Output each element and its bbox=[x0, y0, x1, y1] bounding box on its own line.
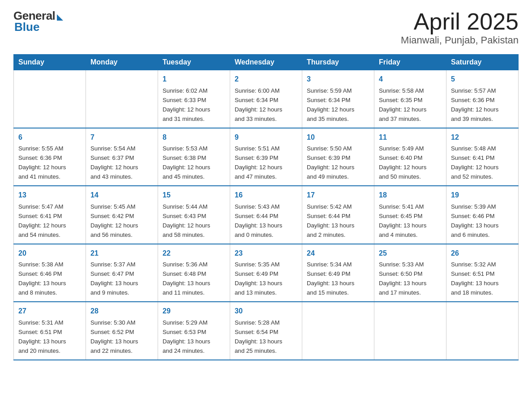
calendar-body: 1Sunrise: 6:02 AM Sunset: 6:33 PM Daylig… bbox=[14, 70, 519, 360]
day-number: 24 bbox=[307, 248, 369, 259]
day-info: Sunrise: 5:41 AM Sunset: 6:45 PM Dayligh… bbox=[379, 203, 426, 238]
day-number: 4 bbox=[379, 74, 442, 85]
calendar-day-cell: 13Sunrise: 5:47 AM Sunset: 6:41 PM Dayli… bbox=[14, 186, 86, 244]
calendar-day-cell: 4Sunrise: 5:58 AM Sunset: 6:35 PM Daylig… bbox=[374, 70, 446, 128]
day-info: Sunrise: 5:34 AM Sunset: 6:49 PM Dayligh… bbox=[307, 261, 354, 296]
day-info: Sunrise: 5:51 AM Sunset: 6:39 PM Dayligh… bbox=[235, 145, 282, 180]
day-number: 30 bbox=[235, 306, 297, 317]
calendar-day-cell: 5Sunrise: 5:57 AM Sunset: 6:36 PM Daylig… bbox=[446, 70, 519, 128]
calendar-day-cell bbox=[374, 302, 446, 360]
calendar-day-cell: 25Sunrise: 5:33 AM Sunset: 6:50 PM Dayli… bbox=[374, 244, 446, 302]
day-number: 29 bbox=[163, 306, 225, 317]
day-info: Sunrise: 5:37 AM Sunset: 6:47 PM Dayligh… bbox=[90, 261, 138, 296]
calendar-day-cell: 23Sunrise: 5:35 AM Sunset: 6:49 PM Dayli… bbox=[230, 244, 302, 302]
weekday-header-friday: Friday bbox=[374, 55, 446, 70]
calendar-day-cell: 14Sunrise: 5:45 AM Sunset: 6:42 PM Dayli… bbox=[86, 186, 158, 244]
day-info: Sunrise: 5:50 AM Sunset: 6:39 PM Dayligh… bbox=[307, 145, 354, 180]
day-number: 27 bbox=[18, 306, 81, 317]
weekday-header-monday: Monday bbox=[86, 55, 158, 70]
weekday-header-wednesday: Wednesday bbox=[230, 55, 302, 70]
day-info: Sunrise: 5:42 AM Sunset: 6:44 PM Dayligh… bbox=[307, 203, 354, 238]
day-number: 17 bbox=[307, 190, 369, 201]
day-info: Sunrise: 5:58 AM Sunset: 6:35 PM Dayligh… bbox=[379, 87, 426, 122]
calendar-day-cell: 11Sunrise: 5:49 AM Sunset: 6:40 PM Dayli… bbox=[374, 128, 446, 186]
weekday-header-saturday: Saturday bbox=[446, 55, 519, 70]
weekday-header-thursday: Thursday bbox=[302, 55, 374, 70]
day-info: Sunrise: 5:45 AM Sunset: 6:42 PM Dayligh… bbox=[90, 203, 138, 238]
day-number: 10 bbox=[307, 132, 369, 143]
calendar-day-cell: 26Sunrise: 5:32 AM Sunset: 6:51 PM Dayli… bbox=[446, 244, 519, 302]
day-info: Sunrise: 5:48 AM Sunset: 6:41 PM Dayligh… bbox=[451, 145, 498, 180]
day-info: Sunrise: 6:00 AM Sunset: 6:34 PM Dayligh… bbox=[235, 87, 282, 122]
day-info: Sunrise: 5:33 AM Sunset: 6:50 PM Dayligh… bbox=[379, 261, 426, 296]
calendar-day-cell bbox=[86, 70, 158, 128]
day-number: 25 bbox=[379, 248, 442, 259]
day-number: 28 bbox=[90, 306, 153, 317]
day-info: Sunrise: 5:43 AM Sunset: 6:44 PM Dayligh… bbox=[235, 203, 282, 238]
day-info: Sunrise: 5:53 AM Sunset: 6:38 PM Dayligh… bbox=[163, 145, 210, 180]
day-info: Sunrise: 5:59 AM Sunset: 6:34 PM Dayligh… bbox=[307, 87, 354, 122]
calendar-title: April 2025 bbox=[401, 9, 519, 34]
day-info: Sunrise: 5:55 AM Sunset: 6:36 PM Dayligh… bbox=[18, 145, 66, 180]
day-info: Sunrise: 6:02 AM Sunset: 6:33 PM Dayligh… bbox=[163, 87, 210, 122]
day-number: 26 bbox=[451, 248, 514, 259]
day-number: 15 bbox=[163, 190, 225, 201]
calendar-day-cell: 16Sunrise: 5:43 AM Sunset: 6:44 PM Dayli… bbox=[230, 186, 302, 244]
day-number: 16 bbox=[235, 190, 297, 201]
calendar-day-cell: 2Sunrise: 6:00 AM Sunset: 6:34 PM Daylig… bbox=[230, 70, 302, 128]
day-info: Sunrise: 5:35 AM Sunset: 6:49 PM Dayligh… bbox=[235, 261, 282, 296]
calendar-day-cell: 19Sunrise: 5:39 AM Sunset: 6:46 PM Dayli… bbox=[446, 186, 519, 244]
day-info: Sunrise: 5:54 AM Sunset: 6:37 PM Dayligh… bbox=[90, 145, 138, 180]
calendar-day-cell: 9Sunrise: 5:51 AM Sunset: 6:39 PM Daylig… bbox=[230, 128, 302, 186]
day-info: Sunrise: 5:38 AM Sunset: 6:46 PM Dayligh… bbox=[18, 261, 66, 296]
day-number: 18 bbox=[379, 190, 442, 201]
calendar-day-cell: 18Sunrise: 5:41 AM Sunset: 6:45 PM Dayli… bbox=[374, 186, 446, 244]
calendar-day-cell: 22Sunrise: 5:36 AM Sunset: 6:48 PM Dayli… bbox=[158, 244, 230, 302]
day-number: 23 bbox=[235, 248, 297, 259]
calendar-day-cell bbox=[302, 302, 374, 360]
day-info: Sunrise: 5:36 AM Sunset: 6:48 PM Dayligh… bbox=[163, 261, 210, 296]
day-info: Sunrise: 5:32 AM Sunset: 6:51 PM Dayligh… bbox=[451, 261, 498, 296]
day-number: 2 bbox=[235, 74, 297, 85]
calendar-week-5: 27Sunrise: 5:31 AM Sunset: 6:51 PM Dayli… bbox=[14, 302, 519, 360]
day-info: Sunrise: 5:57 AM Sunset: 6:36 PM Dayligh… bbox=[451, 87, 498, 122]
day-number: 9 bbox=[235, 132, 297, 143]
calendar-day-cell: 10Sunrise: 5:50 AM Sunset: 6:39 PM Dayli… bbox=[302, 128, 374, 186]
calendar-day-cell: 27Sunrise: 5:31 AM Sunset: 6:51 PM Dayli… bbox=[14, 302, 86, 360]
day-number: 7 bbox=[90, 132, 153, 143]
day-number: 11 bbox=[379, 132, 442, 143]
calendar-day-cell: 8Sunrise: 5:53 AM Sunset: 6:38 PM Daylig… bbox=[158, 128, 230, 186]
calendar-header: SundayMondayTuesdayWednesdayThursdayFrid… bbox=[14, 55, 519, 70]
calendar-day-cell: 20Sunrise: 5:38 AM Sunset: 6:46 PM Dayli… bbox=[14, 244, 86, 302]
day-number: 14 bbox=[90, 190, 153, 201]
calendar-day-cell: 7Sunrise: 5:54 AM Sunset: 6:37 PM Daylig… bbox=[86, 128, 158, 186]
calendar-day-cell: 29Sunrise: 5:29 AM Sunset: 6:53 PM Dayli… bbox=[158, 302, 230, 360]
calendar-day-cell: 6Sunrise: 5:55 AM Sunset: 6:36 PM Daylig… bbox=[14, 128, 86, 186]
calendar-week-2: 6Sunrise: 5:55 AM Sunset: 6:36 PM Daylig… bbox=[14, 128, 519, 186]
calendar-day-cell: 3Sunrise: 5:59 AM Sunset: 6:34 PM Daylig… bbox=[302, 70, 374, 128]
calendar-week-4: 20Sunrise: 5:38 AM Sunset: 6:46 PM Dayli… bbox=[14, 244, 519, 302]
day-number: 20 bbox=[18, 248, 81, 259]
day-info: Sunrise: 5:47 AM Sunset: 6:41 PM Dayligh… bbox=[18, 203, 66, 238]
calendar-day-cell: 28Sunrise: 5:30 AM Sunset: 6:52 PM Dayli… bbox=[86, 302, 158, 360]
day-number: 3 bbox=[307, 74, 369, 85]
weekday-header-row: SundayMondayTuesdayWednesdayThursdayFrid… bbox=[14, 55, 519, 70]
day-info: Sunrise: 5:28 AM Sunset: 6:54 PM Dayligh… bbox=[235, 319, 282, 354]
calendar-subtitle: Mianwali, Punjab, Pakistan bbox=[401, 34, 519, 46]
weekday-header-sunday: Sunday bbox=[14, 55, 86, 70]
calendar-day-cell: 24Sunrise: 5:34 AM Sunset: 6:49 PM Dayli… bbox=[302, 244, 374, 302]
day-number: 12 bbox=[451, 132, 514, 143]
day-number: 21 bbox=[90, 248, 153, 259]
logo-arrow-icon bbox=[57, 14, 63, 21]
day-info: Sunrise: 5:49 AM Sunset: 6:40 PM Dayligh… bbox=[379, 145, 426, 180]
calendar-week-1: 1Sunrise: 6:02 AM Sunset: 6:33 PM Daylig… bbox=[14, 70, 519, 128]
calendar-day-cell: 1Sunrise: 6:02 AM Sunset: 6:33 PM Daylig… bbox=[158, 70, 230, 128]
calendar-table: SundayMondayTuesdayWednesdayThursdayFrid… bbox=[13, 54, 519, 360]
day-number: 8 bbox=[163, 132, 225, 143]
day-info: Sunrise: 5:39 AM Sunset: 6:46 PM Dayligh… bbox=[451, 203, 498, 238]
day-number: 22 bbox=[163, 248, 225, 259]
page-header: General Blue April 2025 Mianwali, Punjab… bbox=[13, 9, 519, 46]
calendar-day-cell: 12Sunrise: 5:48 AM Sunset: 6:41 PM Dayli… bbox=[446, 128, 519, 186]
calendar-day-cell bbox=[14, 70, 86, 128]
day-number: 5 bbox=[451, 74, 514, 85]
